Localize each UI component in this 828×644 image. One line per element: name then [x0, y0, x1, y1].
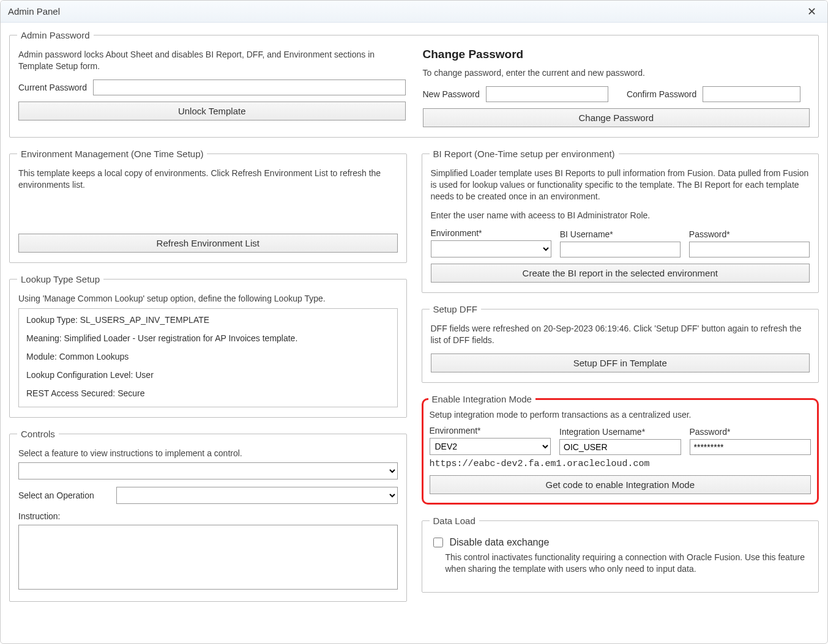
admin-password-group: Admin Password Admin password locks Abou… [9, 30, 819, 138]
bi-report-group: BI Report (One-Time setup per environmen… [422, 149, 819, 294]
lookup-group: Lookup Type Setup Using 'Manage Common L… [9, 274, 407, 418]
data-load-group: Data Load Disable data exchange This con… [422, 516, 819, 593]
env-mgmt-group: Environment Management (One Time Setup) … [9, 149, 407, 263]
dff-desc: DFF fields were refreshed on 20-Sep-2023… [431, 323, 810, 346]
bi-user-label: BI Username* [560, 229, 681, 239]
close-icon[interactable]: ✕ [803, 3, 820, 20]
bi-env-label: Environment* [431, 228, 551, 238]
admin-panel-window: Admin Panel ✕ Admin Password Admin passw… [0, 0, 828, 644]
integration-desc: Setup integration mode to perform transa… [430, 409, 811, 421]
change-password-button[interactable]: Change Password [423, 108, 810, 127]
controls-legend: Controls [17, 429, 59, 439]
env-mgmt-desc: This template keeps a local copy of envi… [18, 168, 398, 191]
change-password-desc: To change password, enter the current an… [423, 67, 810, 79]
lookup-legend: Lookup Type Setup [17, 274, 103, 284]
instruction-label: Instruction: [18, 511, 60, 521]
current-password-label: Current Password [18, 83, 87, 92]
new-password-label: New Password [423, 89, 480, 99]
lookup-module-line: Module: Common Lookups [26, 352, 390, 361]
controls-group: Controls Select a feature to view instru… [9, 429, 407, 602]
int-user-label: Integration Username* [559, 427, 681, 437]
lookup-config-line: Lookup Configuration Level: User [26, 370, 390, 380]
disable-data-exchange-label: Disable data exchange [450, 537, 550, 548]
bi-pw-input[interactable] [689, 242, 810, 257]
confirm-password-label: Confirm Password [627, 89, 696, 99]
bi-user-input[interactable] [560, 242, 681, 257]
dff-legend: Setup DFF [430, 304, 482, 314]
dff-group: Setup DFF DFF fields were refreshed on 2… [422, 304, 819, 383]
int-env-label: Environment* [430, 426, 551, 435]
refresh-env-button[interactable]: Refresh Environment List [18, 234, 398, 253]
window-title: Admin Panel [8, 6, 803, 17]
data-load-desc: This control inactivates functionality r… [446, 552, 810, 575]
change-password-heading: Change Password [423, 48, 810, 61]
create-bi-report-button[interactable]: Create the BI report in the selected env… [431, 264, 810, 283]
admin-password-desc: Admin password locks About Sheet and dis… [18, 49, 406, 72]
new-password-input[interactable] [486, 86, 608, 102]
lookup-meaning-line: Meaning: Simplified Loader - User regist… [26, 333, 390, 343]
operation-select[interactable] [116, 487, 398, 504]
instruction-textarea[interactable] [18, 525, 398, 590]
int-pw-label: Password* [690, 427, 811, 437]
current-password-input[interactable] [93, 80, 405, 95]
admin-password-legend: Admin Password [17, 30, 94, 40]
integration-legend: Enable Integration Mode [428, 394, 535, 404]
int-pw-input[interactable] [690, 439, 811, 455]
lookup-rest-line: REST Access Secured: Secure [26, 388, 390, 398]
feature-select[interactable] [18, 462, 398, 479]
disable-data-exchange-checkbox[interactable] [433, 538, 443, 547]
lookup-desc: Using 'Manage Common Lookup' setup optio… [18, 293, 398, 305]
window-body: Admin Password Admin password locks Abou… [1, 23, 827, 620]
setup-dff-button[interactable]: Setup DFF in Template [431, 353, 810, 372]
int-env-select[interactable]: DEV2 [430, 438, 551, 455]
bi-report-desc: Simplified Loader template uses BI Repor… [431, 168, 810, 202]
lookup-details-box: Lookup Type: SL_USERS_AP_INV_TEMPLATE Me… [18, 308, 398, 407]
operation-label: Select an Operation [18, 490, 110, 500]
integration-group: Enable Integration Mode Setup integratio… [422, 394, 819, 505]
confirm-password-input[interactable] [703, 86, 800, 102]
integration-url: https://eabc-dev2.fa.em1.oraclecloud.com [430, 459, 811, 469]
controls-desc: Select a feature to view instructions to… [18, 448, 398, 459]
get-code-button[interactable]: Get code to enable Integration Mode [430, 475, 811, 494]
bi-env-select[interactable] [431, 240, 551, 257]
int-user-input[interactable] [559, 439, 681, 455]
env-mgmt-legend: Environment Management (One Time Setup) [17, 149, 207, 159]
bi-pw-label: Password* [689, 229, 810, 239]
bi-report-enter-user: Enter the user name with aceess to BI Ad… [431, 210, 810, 221]
titlebar: Admin Panel ✕ [1, 1, 827, 23]
lookup-type-line: Lookup Type: SL_USERS_AP_INV_TEMPLATE [26, 315, 390, 325]
data-load-legend: Data Load [430, 516, 479, 526]
bi-report-legend: BI Report (One-Time setup per environmen… [430, 149, 619, 159]
unlock-template-button[interactable]: Unlock Template [18, 102, 406, 120]
